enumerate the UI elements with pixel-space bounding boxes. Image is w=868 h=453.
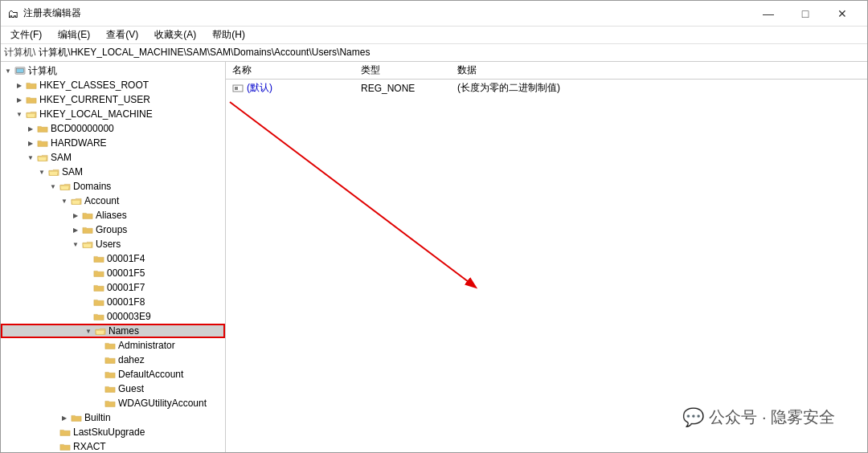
folder-icon	[104, 383, 117, 394]
f5-label: 00001F5	[107, 267, 145, 279]
right-panel: 名称 类型 数据 (默认) REG_NONE	[226, 62, 867, 452]
expand-icon: ▼	[2, 67, 14, 75]
tree-00001f8[interactable]: 00001F8	[1, 295, 225, 309]
hkcr-label: HKEY_CLASSES_ROOT	[39, 80, 149, 91]
col-header-data: 数据	[451, 62, 867, 80]
tree-00001f5[interactable]: 00001F5	[1, 266, 225, 280]
expand-icon: ▶	[70, 226, 81, 234]
title-bar-left: 🗂 注册表编辑器	[7, 6, 81, 20]
tree-rxact[interactable]: RXACT	[1, 439, 225, 452]
f7-label: 00001F7	[107, 282, 145, 293]
folder-icon	[70, 412, 83, 423]
tree-groups[interactable]: ▶ Groups	[1, 222, 225, 237]
hklm-label: HKEY_LOCAL_MACHINE	[39, 108, 153, 120]
expand-icon: ▼	[83, 328, 94, 335]
folder-icon	[104, 340, 117, 351]
tree-users[interactable]: ▼ Users	[1, 237, 225, 251]
expand-icon: ▶	[14, 96, 25, 104]
col-header-type: 类型	[354, 62, 451, 80]
maximize-button[interactable]: □	[787, 1, 824, 27]
f4-label: 00001F4	[107, 253, 145, 264]
expand-icon: ▶	[25, 125, 36, 133]
expand-icon: ▼	[14, 111, 25, 118]
col-header-name: 名称	[226, 62, 354, 80]
tree-guest[interactable]: Guest	[1, 382, 225, 396]
registry-table: 名称 类型 数据 (默认) REG_NONE	[226, 62, 867, 96]
tree-domains[interactable]: ▼ Domains	[1, 179, 225, 194]
folder-icon	[92, 311, 105, 322]
tree-root-computer[interactable]: ▼ 计算机	[1, 63, 225, 78]
sam-top-label: SAM	[51, 152, 72, 163]
folder-open-icon	[25, 108, 38, 120]
guest-label: Guest	[118, 383, 144, 394]
tree-defaultaccount[interactable]: DefaultAccount	[1, 367, 225, 382]
tree-names[interactable]: ▼ Names	[1, 324, 225, 338]
minimize-button[interactable]: —	[750, 1, 787, 27]
admin-label: Administrator	[118, 340, 175, 351]
table-row[interactable]: (默认) REG_NONE (长度为零的二进制制值)	[226, 80, 867, 97]
folder-icon	[92, 296, 105, 308]
hkcu-label: HKEY_CURRENT_USER	[39, 94, 150, 105]
tree-lastsku[interactable]: LastSkuUpgrade	[1, 425, 225, 439]
rxact-label: RXACT	[73, 441, 106, 452]
folder-open-icon	[81, 239, 94, 250]
tree-account[interactable]: ▼ Account	[1, 194, 225, 208]
folder-open-icon	[94, 325, 107, 337]
tree-00001f7[interactable]: 00001F7	[1, 280, 225, 295]
tree-000003e9[interactable]: 000003E9	[1, 309, 225, 324]
tree-sam-child[interactable]: ▼ SAM	[1, 165, 225, 179]
f8-label: 00001F8	[107, 296, 145, 308]
folder-icon	[104, 354, 117, 365]
wdag-label: WDAGUtilityAccount	[118, 398, 207, 409]
expand-icon: ▶	[25, 140, 36, 147]
svg-rect-1	[17, 68, 24, 72]
folder-open-icon	[59, 181, 72, 192]
tree-hkcu[interactable]: ▶ HKEY_CURRENT_USER	[1, 92, 225, 107]
tree-builtin[interactable]: ▶ Builtin	[1, 410, 225, 425]
menu-help[interactable]: 帮助(H)	[206, 27, 252, 43]
dahez-label: dahez	[118, 354, 145, 365]
account-label: Account	[84, 195, 119, 206]
close-button[interactable]: ✕	[824, 1, 861, 27]
folder-icon	[25, 94, 38, 105]
menu-bar: 文件(F) 编辑(E) 查看(V) 收藏夹(A) 帮助(H)	[1, 27, 867, 44]
tree-panel[interactable]: ▼ 计算机 ▶ HKEY_CLASSES_ROOT ▶	[1, 62, 226, 452]
address-path[interactable]: 计算机\HKEY_LOCAL_MACHINE\SAM\SAM\Domains\A…	[39, 46, 864, 59]
folder-open-icon	[70, 195, 83, 206]
folder-icon	[81, 210, 94, 221]
computer-label: 计算机	[28, 64, 57, 78]
folder-icon	[36, 137, 49, 149]
folder-open-icon	[36, 152, 49, 163]
expand-icon: ▼	[47, 183, 59, 190]
tree-hkcr[interactable]: ▶ HKEY_CLASSES_ROOT	[1, 78, 225, 92]
tree-00001f4[interactable]: 00001F4	[1, 251, 225, 266]
folder-icon	[104, 369, 117, 380]
tree-bcd[interactable]: ▶ BCD00000000	[1, 121, 225, 136]
folder-icon	[25, 80, 38, 91]
bcd-label: BCD00000000	[51, 123, 114, 134]
expand-icon: ▼	[36, 169, 47, 176]
expand-icon: ▶	[14, 82, 25, 89]
builtin-label: Builtin	[84, 412, 111, 423]
defaultaccount-label: DefaultAccount	[118, 369, 183, 380]
menu-view[interactable]: 查看(V)	[100, 27, 145, 43]
folder-icon	[92, 282, 105, 293]
annotation-arrow	[226, 62, 867, 452]
menu-favorites[interactable]: 收藏夹(A)	[148, 27, 203, 43]
tree-wdag[interactable]: WDAGUtilityAccount	[1, 396, 225, 410]
main-content: ▼ 计算机 ▶ HKEY_CLASSES_ROOT ▶	[1, 62, 867, 452]
aliases-label: Aliases	[96, 210, 127, 221]
tree-administrator[interactable]: Administrator	[1, 338, 225, 353]
folder-icon	[59, 441, 72, 452]
menu-edit[interactable]: 编辑(E)	[51, 27, 96, 43]
tree-aliases[interactable]: ▶ Aliases	[1, 208, 225, 222]
tree-hardware[interactable]: ▶ HARDWARE	[1, 136, 225, 150]
expand-icon: ▶	[59, 414, 70, 422]
tree-dahez[interactable]: dahez	[1, 353, 225, 367]
svg-line-5	[230, 102, 475, 287]
tree-hklm[interactable]: ▼ HKEY_LOCAL_MACHINE	[1, 107, 225, 121]
computer-icon	[14, 65, 27, 76]
tree-sam-top[interactable]: ▼ SAM	[1, 150, 225, 165]
menu-file[interactable]: 文件(F)	[4, 27, 48, 43]
expand-icon: ▼	[25, 154, 36, 161]
